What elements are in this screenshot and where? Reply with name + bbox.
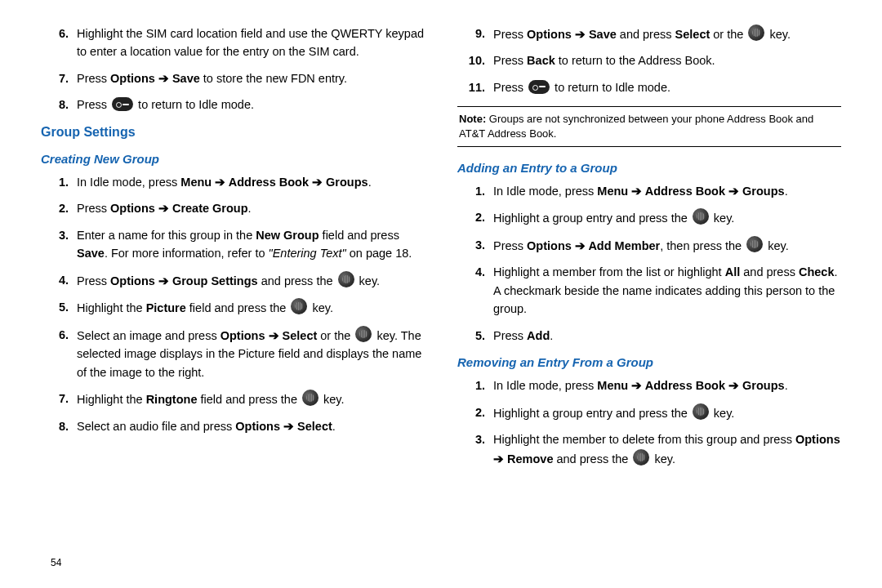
ok-key-icon [338,271,354,287]
ae-step-1: 1. In Idle mode, press Menu ➔ Address Bo… [457,182,841,200]
cng-step-7: 7. Highlight the Ringtone field and pres… [41,390,425,408]
left-column: 6. Highlight the SIM card location field… [41,24,425,476]
ae-step-4: 4. Highlight a member from the list or h… [457,263,841,318]
r-step-9: 9. Press Options ➔ Save and press Select… [457,24,841,43]
ok-key-icon [355,326,372,342]
ok-key-icon [693,208,709,225]
r-step-10: 10. Press Back to return to the Address … [457,51,841,69]
end-call-icon [528,80,550,94]
page-number: 54 [51,557,61,568]
right-list-3: 1. In Idle mode, press Menu ➔ Address Bo… [457,376,841,468]
step-7: 7. Press Options ➔ Save to store the new… [41,69,425,87]
ae-step-5: 5. Press Add. [457,327,841,345]
right-list-1: 9. Press Options ➔ Save and press Select… [457,24,841,96]
cng-step-3: 3. Enter a name for this group in the Ne… [41,226,425,263]
right-column: 9. Press Options ➔ Save and press Select… [457,24,841,476]
ae-step-3: 3. Press Options ➔ Add Member, then pres… [457,236,841,255]
r-step-11: 11. Press to return to Idle mode. [457,78,841,96]
ok-key-icon [302,390,318,406]
cng-step-2: 2. Press Options ➔ Create Group. [41,199,425,217]
ok-key-icon [693,403,709,420]
subsection-removing-entry: Removing an Entry From a Group [457,353,841,372]
manual-page: 6. Highlight the SIM card location field… [0,0,882,492]
left-list-1: 6. Highlight the SIM card location field… [41,24,425,114]
re-step-2: 2. Highlight a group entry and press the… [457,403,841,422]
cng-step-5: 5. Highlight the Picture field and press… [41,298,425,317]
re-step-3: 3. Highlight the member to delete from t… [457,430,841,468]
ok-key-icon [291,298,307,314]
subsection-adding-entry: Adding an Entry to a Group [457,158,841,177]
section-group-settings: Group Settings [41,122,425,143]
note-box: Note: Groups are not synchronized betwee… [457,106,841,146]
step-8: 8. Press to return to Idle mode. [41,96,425,114]
right-list-2: 1. In Idle mode, press Menu ➔ Address Bo… [457,182,841,345]
end-call-icon [112,97,133,111]
cng-step-1: 1. In Idle mode, press Menu ➔ Address Bo… [41,173,425,191]
cng-step-4: 4. Press Options ➔ Group Settings and pr… [41,271,425,290]
ae-step-2: 2. Highlight a group entry and press the… [457,208,841,227]
ok-key-icon [748,24,764,41]
left-list-2: 1. In Idle mode, press Menu ➔ Address Bo… [41,173,425,435]
cng-step-6: 6. Select an image and press Options ➔ S… [41,326,425,381]
step-6: 6. Highlight the SIM card location field… [41,24,425,61]
ok-key-icon [633,449,649,466]
re-step-1: 1. In Idle mode, press Menu ➔ Address Bo… [457,376,841,394]
subsection-creating-new-group: Creating New Group [41,149,425,168]
ok-key-icon [746,236,763,252]
cng-step-8: 8. Select an audio file and press Option… [41,417,425,435]
